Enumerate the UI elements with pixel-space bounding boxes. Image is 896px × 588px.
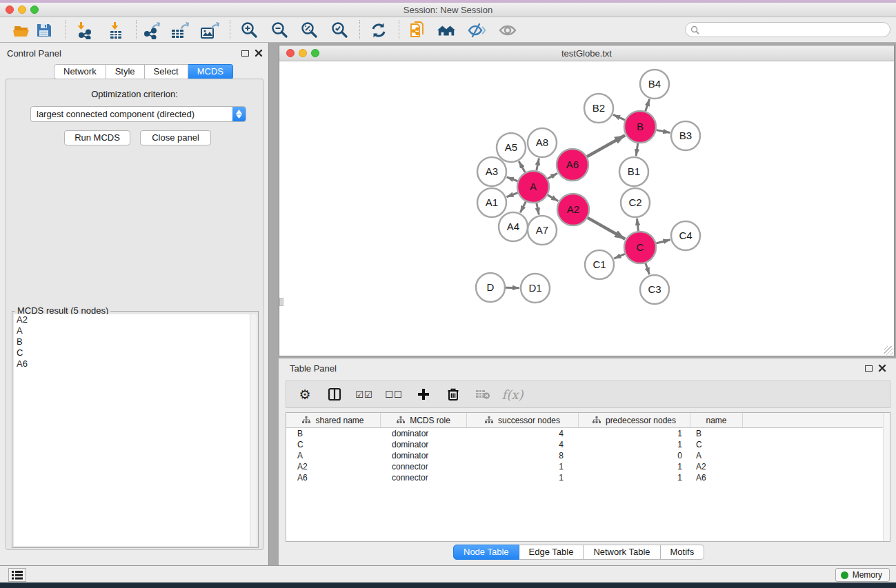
column-header-predecessor-nodes[interactable]: predecessor nodes — [579, 413, 690, 427]
graph-node-C4[interactable]: C4 — [671, 221, 700, 250]
graph-edge-A-A8[interactable] — [537, 159, 539, 171]
export-table-icon[interactable] — [170, 21, 190, 40]
float-panel-icon[interactable] — [241, 50, 249, 57]
graph-edge-C-C2[interactable] — [637, 219, 638, 231]
settings-gear-icon[interactable]: ⚙ — [296, 385, 314, 403]
zoom-in-icon[interactable] — [240, 21, 259, 40]
memory-button[interactable]: Memory — [835, 568, 890, 582]
import-table-icon[interactable] — [106, 21, 126, 40]
column-header-successor-nodes[interactable]: successor nodes — [467, 413, 579, 427]
delete-column-icon[interactable] — [444, 385, 462, 403]
panel-list-button[interactable] — [8, 568, 26, 582]
graph-node-C[interactable]: C — [624, 232, 656, 263]
tab-edge-table[interactable]: Edge Table — [519, 545, 584, 560]
resize-grip[interactable] — [884, 346, 893, 355]
result-list-item[interactable]: C — [14, 347, 251, 358]
close-panel-icon[interactable] — [255, 49, 263, 57]
graph-edge-A-A7[interactable] — [537, 203, 539, 215]
graph-edge-A-A2[interactable] — [548, 195, 558, 201]
graph-edge-B-B3[interactable] — [657, 130, 670, 133]
column-header-mcds-role[interactable]: MCDS role — [381, 413, 467, 427]
zoom-out-icon[interactable] — [270, 21, 290, 40]
result-scrollbar[interactable] — [250, 314, 257, 546]
result-list-item[interactable]: B — [14, 336, 251, 347]
graph-node-B[interactable]: B — [624, 111, 656, 143]
tab-network-table[interactable]: Network Table — [584, 545, 660, 560]
graph-node-D1[interactable]: D1 — [521, 274, 550, 303]
show-column-icon[interactable] — [326, 385, 344, 403]
graph-node-C3[interactable]: C3 — [640, 275, 669, 304]
tab-select[interactable]: Select — [145, 64, 188, 79]
graph-node-A1[interactable]: A1 — [477, 188, 506, 217]
graph-edge-B-B2[interactable] — [613, 114, 625, 120]
close-panel-button[interactable]: Close panel — [140, 130, 211, 145]
tab-network[interactable]: Network — [54, 64, 106, 79]
graph-node-A2[interactable]: A2 — [557, 194, 589, 225]
graph-node-B1[interactable]: B1 — [619, 157, 648, 186]
tab-style[interactable]: Style — [106, 64, 145, 79]
refresh-icon[interactable] — [369, 21, 388, 40]
deselect-all-icon[interactable]: ☐☐ — [385, 385, 403, 403]
search-field[interactable] — [685, 22, 890, 37]
graph-edge-C-C1[interactable] — [614, 254, 625, 258]
network-canvas[interactable]: B4B2BB3A8A5A6A3B1AA1C2A2A4A7C4CC1DD1C3 — [279, 61, 894, 356]
select-all-icon[interactable]: ☑☑ — [355, 385, 373, 403]
graph-node-A7[interactable]: A7 — [528, 216, 557, 245]
graph-node-B2[interactable]: B2 — [584, 94, 613, 123]
table-row[interactable]: B dominator 4 1 B — [286, 428, 890, 439]
show-graphics-details-icon[interactable] — [498, 21, 517, 40]
graph-edge-B-B1[interactable] — [636, 143, 638, 156]
float-table-panel-icon[interactable] — [865, 365, 873, 372]
tab-node-table[interactable]: Node Table — [453, 545, 519, 560]
table-row[interactable]: A dominator 8 0 A — [286, 450, 890, 461]
graph-edge-A-A6[interactable] — [548, 173, 557, 179]
close-table-panel-icon[interactable] — [878, 364, 886, 372]
open-file-icon[interactable] — [12, 21, 31, 40]
search-input[interactable] — [702, 25, 890, 34]
zoom-fit-icon[interactable] — [300, 21, 319, 40]
graph-node-B4[interactable]: B4 — [640, 70, 669, 99]
graph-edge-A-A4[interactable] — [520, 201, 526, 212]
table-row[interactable]: C dominator 4 1 C — [286, 439, 890, 450]
criterion-dropdown[interactable]: largest connected component (directed) — [30, 106, 246, 122]
result-list-item[interactable]: A — [14, 325, 251, 336]
column-header-name[interactable]: name — [690, 413, 743, 427]
table-row[interactable]: A2 connector 1 1 A2 — [286, 461, 890, 472]
add-column-icon[interactable] — [415, 385, 432, 403]
graph-edge-A-A5[interactable] — [519, 161, 525, 172]
graph-edge-A-A1[interactable] — [506, 193, 517, 197]
tab-motifs[interactable]: Motifs — [661, 545, 705, 560]
run-mcds-button[interactable]: Run MCDS — [64, 130, 130, 145]
network-graph[interactable]: B4B2BB3A8A5A6A3B1AA1C2A2A4A7C4CC1DD1C3 — [279, 61, 894, 356]
table-scrollbar[interactable] — [883, 413, 890, 541]
export-image-icon[interactable] — [200, 21, 219, 40]
graph-edge-A2-C[interactable] — [588, 218, 625, 239]
graph-node-A3[interactable]: A3 — [477, 157, 506, 186]
graph-node-C2[interactable]: C2 — [621, 188, 650, 217]
graph-node-B3[interactable]: B3 — [671, 121, 700, 150]
graph-edge-A6-B[interactable] — [587, 135, 625, 156]
hide-graphics-details-icon[interactable] — [467, 21, 486, 40]
graph-node-A4[interactable]: A4 — [499, 212, 528, 241]
import-network-icon[interactable] — [74, 21, 94, 40]
graph-edge-C-C4[interactable] — [656, 240, 670, 243]
graph-edge-A-A3[interactable] — [507, 177, 518, 181]
save-session-icon[interactable] — [34, 21, 54, 40]
graph-node-A8[interactable]: A8 — [528, 128, 557, 157]
graph-node-A5[interactable]: A5 — [497, 133, 526, 162]
graph-edge-C-C3[interactable] — [646, 263, 650, 275]
network-snapshot-icon[interactable] — [408, 21, 428, 40]
graph-node-D[interactable]: D — [476, 273, 505, 302]
zoom-selected-icon[interactable] — [330, 21, 350, 40]
table-row[interactable]: A6 connector 1 1 A6 — [286, 472, 890, 483]
graph-node-A6[interactable]: A6 — [557, 149, 588, 181]
graph-edge-B-B4[interactable] — [646, 99, 650, 111]
tab-mcds[interactable]: MCDS — [188, 64, 233, 79]
result-list-item[interactable]: A6 — [14, 358, 251, 369]
home-view-icon[interactable] — [437, 21, 456, 40]
canvas-scroll-nub[interactable] — [279, 298, 283, 306]
column-header-shared-name[interactable]: shared name — [286, 413, 381, 427]
export-network-icon[interactable] — [142, 21, 161, 40]
graph-node-C1[interactable]: C1 — [585, 250, 614, 279]
graph-node-A[interactable]: A — [517, 171, 549, 203]
